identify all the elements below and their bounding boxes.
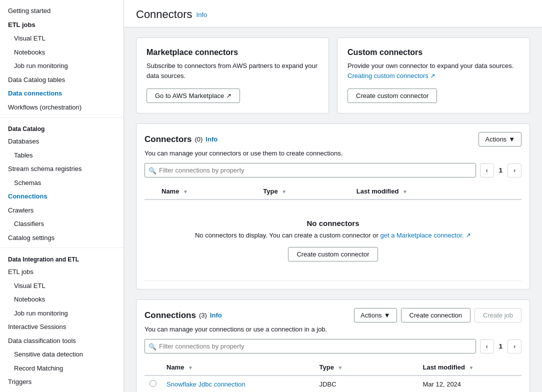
connections-panel-header: Connections (3) Info Actions ▼ Create co… [144,308,522,322]
sidebar-item-record-matching[interactable]: Record Matching [0,362,124,376]
connectors-empty-state: No connectors No connectors to display. … [150,204,516,276]
connectors-empty-title: No connectors [158,219,508,228]
create-custom-connector-button-top[interactable]: Create custom connector [348,88,437,103]
sidebar-item-triggers[interactable]: Triggers [0,375,124,389]
info-link[interactable]: Info [196,11,208,18]
sidebar-item-etl-jobs[interactable]: ETL jobs [0,18,124,32]
conn-col-name-sort-icon[interactable]: ▼ [188,365,193,370]
connectors-panel: Connectors (0) Info Actions ▼ You can ma… [136,124,530,290]
connections-next-page-button[interactable]: › [508,340,522,354]
sidebar: Getting started ETL jobs Visual ETL Note… [0,0,124,392]
col-last-modified-sort-icon[interactable]: ▼ [402,189,408,194]
sidebar-item-visual-etl-2[interactable]: Visual ETL [0,279,124,293]
sidebar-item-workflows-2[interactable]: Workflows (orchestration) [0,389,124,392]
connections-panel-title: Connections (3) Info [144,310,222,320]
connections-page-number: 1 [496,342,506,350]
go-to-marketplace-button[interactable]: Go to AWS Marketplace ↗ [146,88,240,103]
connectors-table: Name ▼ Type ▼ Last modified ▼ [144,184,522,281]
connection-name-link[interactable]: Snowflake Jdbc connection [166,380,246,388]
connectors-actions-button[interactable]: Actions ▼ [478,132,522,146]
divider-1 [0,117,124,118]
custom-card-title: Custom connectors [348,48,520,57]
connections-search-icon: 🔍 [148,342,156,350]
sidebar-item-interactive-sessions[interactable]: Interactive Sessions [0,320,124,334]
conn-col-type-header: Type ▼ [314,360,418,376]
conn-col-last-modified-header: Last modified ▼ [418,360,522,376]
creating-custom-connectors-link[interactable]: Creating custom connectors ↗ [348,72,436,80]
connectors-panel-header: Connectors (0) Info Actions ▼ [144,132,522,146]
connectors-actions-label: Actions [485,136,506,143]
col-name-sort-icon[interactable]: ▼ [183,189,188,194]
col-type-sort-icon[interactable]: ▼ [282,189,286,194]
sidebar-item-data-connections[interactable]: Data connections [0,86,124,100]
connections-actions-button[interactable]: Actions ▼ [354,308,397,322]
col-type-header: Type ▼ [258,184,352,200]
sidebar-item-getting-started[interactable]: Getting started [0,4,124,18]
connectors-info-link[interactable]: Info [206,136,218,143]
connections-actions-label: Actions [360,312,382,319]
create-custom-connector-button-empty[interactable]: Create custom connector [288,247,378,262]
connections-filter-input[interactable] [144,339,476,354]
page-header: Connectors Info [124,0,542,28]
connectors-next-page-button[interactable]: › [508,164,522,178]
sidebar-item-data-catalog-tables[interactable]: Data Catalog tables [0,73,124,87]
content-area: Marketplace connectors Subscribe to conn… [124,28,542,392]
sidebar-item-stream-schema[interactable]: Stream schema registries [0,162,124,176]
marketplace-card-desc: Subscribe to connectors from AWS partner… [146,61,318,80]
create-job-button[interactable]: Create job [474,308,522,322]
conn-col-last-modified-sort-icon[interactable]: ▼ [469,365,474,370]
connections-subtitle: You can manage your connections or use a… [144,326,522,333]
connectors-prev-page-button[interactable]: ‹ [480,164,494,178]
connectors-search-icon: 🔍 [148,166,156,174]
page-title: Connectors [136,8,192,21]
sidebar-item-crawlers[interactable]: Crawlers [0,204,124,218]
divider-2 [0,248,124,248]
sidebar-item-etl-jobs-2[interactable]: ETL jobs [0,265,124,279]
connections-button-group: Actions ▼ Create connection Create job [354,308,522,322]
connections-table: Name ▼ Type ▼ Last modified ▼ [144,360,522,392]
connections-prev-page-button[interactable]: ‹ [480,340,494,354]
sidebar-item-notebooks-2[interactable]: Notebooks [0,292,124,306]
conn-col-type-sort-icon[interactable]: ▼ [338,365,343,370]
cards-row: Marketplace connectors Subscribe to conn… [136,38,530,114]
custom-connectors-card: Custom connectors Provide your own conne… [337,38,530,114]
connections-title-text: Connections [144,310,196,320]
sidebar-item-visual-etl-1[interactable]: Visual ETL [0,32,124,46]
connections-filter-wrap: 🔍 [144,339,476,354]
sidebar-item-databases[interactable]: Databases [0,134,124,148]
custom-card-desc: Provide your own connector to expand you… [348,61,520,80]
sidebar-item-classifiers[interactable]: Classifiers [0,217,124,231]
main-content: Connectors Info Marketplace connectors S… [124,0,542,392]
connections-info-link[interactable]: Info [210,312,222,319]
connectors-count: (0) [194,136,202,143]
connectors-empty-desc: No connectors to display. You can create… [158,232,508,239]
create-connection-button[interactable]: Create connection [401,308,471,322]
connections-count: (3) [199,312,207,319]
sidebar-item-job-run-monitoring-2[interactable]: Job run monitoring [0,306,124,320]
connectors-title-text: Connectors [144,134,192,144]
sidebar-item-sensitive-data-detection[interactable]: Sensitive data detection [0,348,124,362]
sidebar-item-notebooks-1[interactable]: Notebooks [0,46,124,60]
conn-col-name-header: Name ▼ [162,360,314,376]
sidebar-item-catalog-settings[interactable]: Catalog settings [0,231,124,245]
sidebar-item-connections[interactable]: Connections [0,190,124,204]
connections-panel: Connections (3) Info Actions ▼ Create co… [136,300,530,392]
connectors-panel-title: Connectors (0) Info [144,134,218,144]
sidebar-item-data-classification-tools[interactable]: Data classification tools [0,334,124,348]
row-type: JDBC [314,376,418,392]
custom-card-desc-text: Provide your own connector to expand you… [348,62,514,70]
row-last-modified: Mar 12, 2024 [418,376,522,392]
connectors-actions-group: Actions ▼ [478,132,522,146]
table-row: Snowflake Jdbc connection JDBC Mar 12, 2… [144,376,522,392]
connectors-filter-input[interactable] [144,163,476,178]
marketplace-card-title: Marketplace connectors [146,48,318,57]
get-marketplace-connector-link[interactable]: get a Marketplace connector. ↗ [380,232,471,239]
sidebar-item-schemas[interactable]: Schemas [0,176,124,190]
sidebar-item-tables[interactable]: Tables [0,148,124,162]
col-radio-header [144,184,156,200]
conn-col-radio-header [144,360,162,376]
sidebar-item-job-run-monitoring-1[interactable]: Job run monitoring [0,59,124,73]
sidebar-item-workflows-1[interactable]: Workflows (orchestration) [0,100,124,114]
row-radio-button[interactable] [150,380,156,387]
connectors-pagination: ‹ 1 › [480,164,522,178]
